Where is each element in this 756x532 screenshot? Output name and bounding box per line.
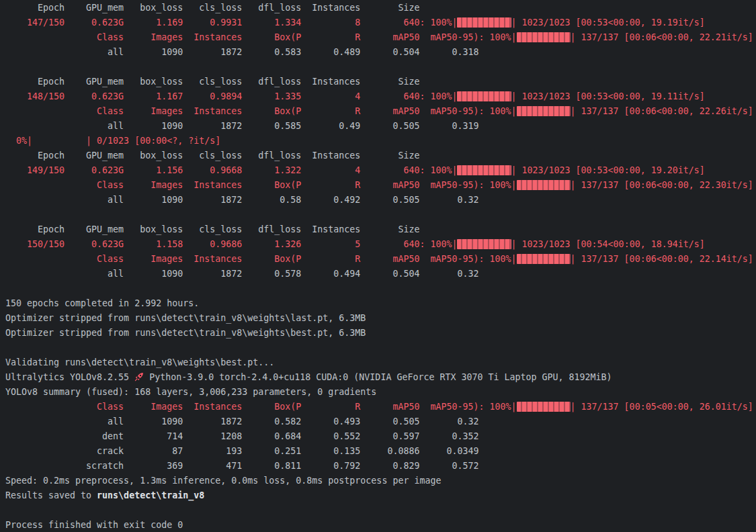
console-line	[5, 60, 756, 75]
console[interactable]: Epoch GPU_mem box_loss cls_loss dfl_loss…	[0, 0, 756, 532]
log-text: Class Images Instances Box(P R mAP50 mAP…	[5, 402, 517, 412]
log-text: Optimizer stripped from runs\detect\trai…	[5, 313, 366, 323]
progress-bar	[517, 402, 571, 412]
log-text: crack 87 193 0.251 0.135 0.0886 0.0349	[5, 446, 478, 456]
console-line	[5, 281, 756, 296]
console-line: Epoch GPU_mem box_loss cls_loss dfl_loss…	[5, 75, 756, 89]
console-line: 147/150 0.623G 1.169 0.9931 1.334 8 640:…	[5, 15, 756, 30]
log-text: runs\detect\train_v8	[97, 490, 204, 500]
log-text: Validating runs\detect\train_v8\weights\…	[5, 357, 274, 367]
log-text: | 137/137 [00:06<00:00, 22.26it/s]	[571, 106, 753, 116]
log-text: scratch 369 471 0.811 0.792 0.829 0.572	[5, 461, 478, 471]
log-text: 150 epochs completed in 2.992 hours.	[5, 298, 199, 308]
log-text: all 1090 1872 0.585 0.49 0.505 0.319	[5, 121, 478, 131]
progress-bar	[517, 180, 571, 190]
log-text: | 137/137 [00:05<00:00, 26.01it/s]	[571, 402, 753, 412]
log-text: Epoch GPU_mem box_loss cls_loss dfl_loss…	[5, 3, 419, 13]
console-line: Validating runs\detect\train_v8\weights\…	[5, 355, 756, 370]
log-text: all 1090 1872 0.58 0.492 0.505 0.32	[5, 195, 478, 205]
console-line: Class Images Instances Box(P R mAP50 mAP…	[5, 104, 756, 119]
console-line: 150 epochs completed in 2.992 hours.	[5, 296, 756, 311]
log-text: Optimizer stripped from runs\detect\trai…	[5, 328, 366, 338]
console-line: Results saved to runs\detect\train_v8	[5, 488, 756, 503]
console-line: Epoch GPU_mem box_loss cls_loss dfl_loss…	[5, 222, 756, 237]
console-line: Class Images Instances Box(P R mAP50 mAP…	[5, 252, 756, 267]
console-line: Process finished with exit code 0	[5, 518, 756, 532]
log-text: | 1023/1023 [00:53<00:00, 19.19it/s]	[511, 17, 705, 28]
log-text: all 1090 1872 0.583 0.489 0.504 0.318	[5, 47, 478, 57]
progress-bar	[517, 254, 571, 264]
log-text: Results saved to	[5, 490, 97, 500]
log-text: Class Images Instances Box(P R mAP50 mAP…	[5, 32, 517, 42]
console-line: Optimizer stripped from runs\detect\trai…	[5, 326, 756, 341]
console-line: Ultralytics YOLOv8.2.55 Python-3.9.0 tor…	[5, 370, 756, 385]
log-text: Class Images Instances Box(P R mAP50 mAP…	[5, 180, 517, 190]
rocket-icon	[134, 372, 144, 382]
console-line: Epoch GPU_mem box_loss cls_loss dfl_loss…	[5, 148, 756, 163]
console-line: Class Images Instances Box(P R mAP50 mAP…	[5, 178, 756, 193]
console-line: scratch 369 471 0.811 0.792 0.829 0.572	[5, 459, 756, 474]
console-line: Class Images Instances Box(P R mAP50 mAP…	[5, 30, 756, 45]
log-text: YOLOv8 summary (fused): 168 layers, 3,00…	[5, 387, 376, 397]
console-line: 148/150 0.623G 1.167 0.9894 1.335 4 640:…	[5, 89, 756, 104]
log-text: 148/150 0.623G 1.167 0.9894 1.335 4 640:…	[5, 91, 457, 101]
log-text: Epoch GPU_mem box_loss cls_loss dfl_loss…	[5, 224, 419, 234]
log-text: 147/150 0.623G 1.169 0.9931 1.334 8 640:…	[5, 17, 457, 28]
console-line: 149/150 0.623G 1.156 0.9668 1.322 4 640:…	[5, 163, 756, 178]
log-text: | 1023/1023 [00:53<00:00, 19.20it/s]	[511, 165, 705, 175]
log-text: Class Images Instances Box(P R mAP50 mAP…	[5, 254, 517, 264]
log-text: | 137/137 [00:06<00:00, 22.30it/s]	[571, 180, 753, 190]
console-line: Epoch GPU_mem box_loss cls_loss dfl_loss…	[5, 1, 756, 15]
log-text: all 1090 1872 0.582 0.493 0.505 0.32	[5, 416, 478, 427]
progress-bar	[517, 32, 571, 42]
log-text: | 1023/1023 [00:53<00:00, 19.11it/s]	[511, 91, 705, 101]
console-line	[5, 341, 756, 355]
console-line: all 1090 1872 0.585 0.49 0.505 0.319	[5, 119, 756, 134]
console-line: Optimizer stripped from runs\detect\trai…	[5, 311, 756, 326]
log-text: Ultralytics YOLOv8.2.55	[5, 372, 134, 382]
console-line: all 1090 1872 0.583 0.489 0.504 0.318	[5, 45, 756, 60]
log-text: 150/150 0.623G 1.158 0.9686 1.326 5 640:…	[5, 239, 457, 249]
console-line	[5, 503, 756, 518]
progress-bar	[457, 165, 511, 175]
console-line	[5, 208, 756, 222]
log-text: Epoch GPU_mem box_loss cls_loss dfl_loss…	[5, 150, 419, 161]
log-text: dent 714 1208 0.684 0.552 0.597 0.352	[5, 431, 478, 441]
progress-bar	[457, 239, 511, 249]
log-text: | 1023/1023 [00:54<00:00, 18.94it/s]	[511, 239, 705, 249]
console-line: all 1090 1872 0.578 0.494 0.504 0.32	[5, 267, 756, 281]
log-text: 0%| | 0/1023 [00:00<?, ?it/s]	[5, 136, 220, 146]
log-text: | 137/137 [00:06<00:00, 22.21it/s]	[571, 32, 753, 42]
console-line: all 1090 1872 0.58 0.492 0.505 0.32	[5, 193, 756, 208]
progress-bar	[457, 17, 511, 28]
console-line: YOLOv8 summary (fused): 168 layers, 3,00…	[5, 385, 756, 400]
console-line: crack 87 193 0.251 0.135 0.0886 0.0349	[5, 444, 756, 459]
log-text: Speed: 0.2ms preprocess, 1.3ms inference…	[5, 476, 441, 486]
log-text: Epoch GPU_mem box_loss cls_loss dfl_loss…	[5, 77, 419, 87]
log-text: Process finished with exit code 0	[5, 520, 183, 530]
progress-bar	[517, 106, 571, 116]
log-text: all 1090 1872 0.578 0.494 0.504 0.32	[5, 269, 478, 279]
console-line: Class Images Instances Box(P R mAP50 mAP…	[5, 400, 756, 414]
console-line: 0%| | 0/1023 [00:00<?, ?it/s]	[5, 134, 756, 148]
log-text: 149/150 0.623G 1.156 0.9668 1.322 4 640:…	[5, 165, 457, 175]
console-line: Speed: 0.2ms preprocess, 1.3ms inference…	[5, 474, 756, 488]
progress-bar	[457, 91, 511, 101]
console-line: 150/150 0.623G 1.158 0.9686 1.326 5 640:…	[5, 237, 756, 252]
log-text: Class Images Instances Box(P R mAP50 mAP…	[5, 106, 517, 116]
console-line: all 1090 1872 0.582 0.493 0.505 0.32	[5, 414, 756, 429]
log-text: Python-3.9.0 torch-2.4.0+cu118 CUDA:0 (N…	[144, 372, 612, 382]
log-text: | 137/137 [00:06<00:00, 22.14it/s]	[571, 254, 753, 264]
console-line: dent 714 1208 0.684 0.552 0.597 0.352	[5, 429, 756, 444]
